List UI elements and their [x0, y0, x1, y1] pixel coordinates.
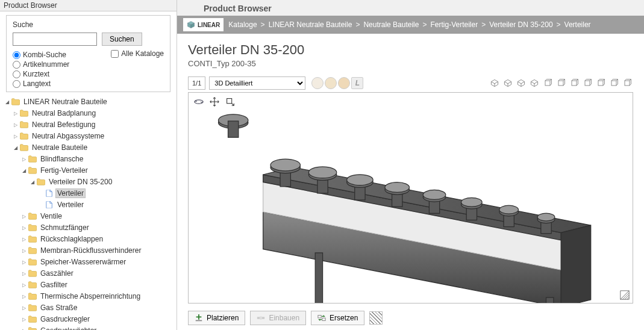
tree-twisty[interactable] [20, 293, 28, 299]
folder-icon [36, 178, 46, 186]
tree-item[interactable]: LINEAR Neutrale Bauteile [2, 96, 177, 107]
tree-twisty[interactable] [20, 304, 28, 311]
svg-point-39 [385, 182, 410, 193]
tree-item[interactable]: Verteiler DN 35-200 [2, 176, 177, 187]
brand-name: LINEAR [198, 22, 220, 28]
tree-twisty[interactable] [20, 316, 28, 322]
place-button[interactable]: Platzieren [188, 311, 245, 325]
svg-point-36 [347, 175, 374, 185]
search-legend: Suche [13, 20, 164, 29]
tree-item[interactable]: Fertig-Verteiler [2, 164, 177, 176]
tree-item[interactable]: Speicher-Wassererwärmer [2, 256, 177, 267]
tree-item[interactable]: Rückschlagklappen [2, 233, 177, 244]
svg-marker-5 [517, 79, 524, 83]
install-button: Einbauen [250, 311, 306, 325]
view-angle-button-10[interactable] [621, 77, 633, 89]
view-angle-button-2[interactable] [515, 77, 527, 89]
tree-item[interactable]: Gasdruckregler [2, 313, 177, 325]
tree-item[interactable]: Thermische Absperreinrichtung [2, 290, 177, 302]
view-angle-button-1[interactable] [502, 77, 514, 89]
file-icon [45, 189, 54, 198]
tree-twisty[interactable] [20, 247, 28, 254]
folder-icon [28, 223, 37, 232]
breadcrumb-item[interactable]: Neutrale Bauteile [363, 20, 419, 29]
search-button[interactable]: Suchen [102, 33, 142, 46]
place-icon [195, 314, 203, 322]
tree-item[interactable]: Neutral Badplanung [2, 107, 177, 119]
all-catalogs-checkbox[interactable] [111, 50, 119, 58]
tree-item[interactable]: Verteiler [2, 187, 177, 199]
catalog-tree[interactable]: LINEAR Neutrale BauteileNeutral Badplanu… [0, 93, 177, 330]
view-angle-button-4[interactable] [542, 77, 554, 89]
tree-twisty[interactable] [20, 167, 28, 173]
replace-button[interactable]: Ersetzen [311, 311, 364, 325]
tree-item[interactable]: Gaszähler [2, 267, 177, 279]
tree-item[interactable]: Gas Straße [2, 302, 177, 313]
hatch-toggle[interactable] [369, 311, 383, 325]
breadcrumb-item[interactable]: Kataloge [228, 20, 257, 29]
manifold-render [189, 93, 633, 304]
tree-item[interactable]: Ventile [2, 210, 177, 222]
breadcrumb-item[interactable]: Fertig-Verteiler [430, 20, 478, 29]
search-radio-2[interactable]: Kurztext [13, 70, 69, 78]
search-radio-3[interactable]: Langtext [13, 79, 69, 88]
view-angle-button-8[interactable] [595, 77, 607, 89]
tree-item[interactable]: Neutral Befestigung [2, 119, 177, 130]
tree-twisty[interactable] [20, 258, 28, 265]
tree-item[interactable]: Neutral Abgassysteme [2, 130, 177, 142]
tree-item[interactable]: Schmutzfänger [2, 222, 177, 233]
view-angle-button-3[interactable] [528, 77, 540, 89]
folder-icon [28, 281, 37, 289]
3d-viewport[interactable] [188, 92, 633, 304]
tree-item-label: Neutral Abgassysteme [31, 132, 105, 140]
view-mode-select[interactable]: 3D Detailliert [209, 76, 305, 90]
view-angle-button-5[interactable] [555, 77, 567, 89]
texture-option-label[interactable]: L [351, 77, 363, 89]
tree-item-label: Membran-Rückflussverhinderer [39, 246, 142, 255]
tree-twisty[interactable] [20, 155, 28, 162]
view-angle-button-6[interactable] [568, 77, 580, 89]
tree-item[interactable]: Neutrale Bauteile [2, 142, 177, 153]
folder-icon [19, 120, 29, 129]
texture-option-1[interactable] [311, 77, 324, 89]
tree-twisty[interactable] [12, 121, 19, 128]
breadcrumb-item[interactable]: LINEAR Neutrale Bauteile [269, 20, 352, 29]
texture-option-3[interactable] [338, 77, 350, 89]
cube-icon [187, 20, 195, 29]
breadcrumb-bar: LINEAR Kataloge>LINEAR Neutrale Bauteile… [177, 16, 644, 34]
tree-twisty[interactable] [12, 132, 19, 139]
tree-item-label: Gaszähler [39, 269, 75, 278]
tree-item-label: Thermische Absperreinrichtung [39, 292, 142, 300]
folder-icon [19, 143, 29, 152]
search-input[interactable] [13, 33, 97, 46]
tree-item[interactable]: Blindflansche [2, 153, 177, 164]
tree-twisty[interactable] [20, 224, 28, 231]
search-radio-0[interactable]: Kombi-Suche [13, 51, 69, 59]
tree-item[interactable]: Gasfilter [2, 279, 177, 290]
tree-twisty[interactable] [12, 110, 19, 116]
svg-rect-7 [545, 81, 550, 86]
tree-twisty[interactable] [12, 144, 19, 151]
view-angle-button-0[interactable] [489, 77, 501, 89]
folder-icon [28, 269, 37, 278]
resize-corner-icon[interactable] [619, 290, 630, 300]
tree-twisty[interactable] [20, 235, 28, 242]
view-angle-button-7[interactable] [581, 77, 593, 89]
tree-twisty[interactable] [29, 178, 36, 185]
tree-twisty[interactable] [20, 270, 28, 276]
tree-item[interactable]: Verteiler [2, 199, 177, 210]
texture-option-2[interactable] [325, 77, 337, 89]
tree-item-label: Gas Straße [39, 304, 78, 312]
view-angle-button-9[interactable] [608, 77, 620, 89]
tree-item[interactable]: Gasdruckwächter [2, 325, 177, 330]
search-radio-1[interactable]: Artikelnummer [13, 60, 69, 69]
tree-item-label: Ventile [39, 212, 63, 220]
tree-item[interactable]: Membran-Rückflussverhinderer [2, 244, 177, 256]
svg-rect-56 [318, 316, 321, 318]
tree-twisty[interactable] [20, 327, 28, 330]
tree-twisty[interactable] [20, 213, 28, 219]
tree-twisty[interactable] [20, 281, 28, 288]
breadcrumb-item[interactable]: Verteiler DN 35-200 [489, 20, 552, 29]
tree-twisty[interactable] [4, 98, 11, 105]
footer-actions: Platzieren Einbauen Ersetzen [177, 307, 644, 330]
